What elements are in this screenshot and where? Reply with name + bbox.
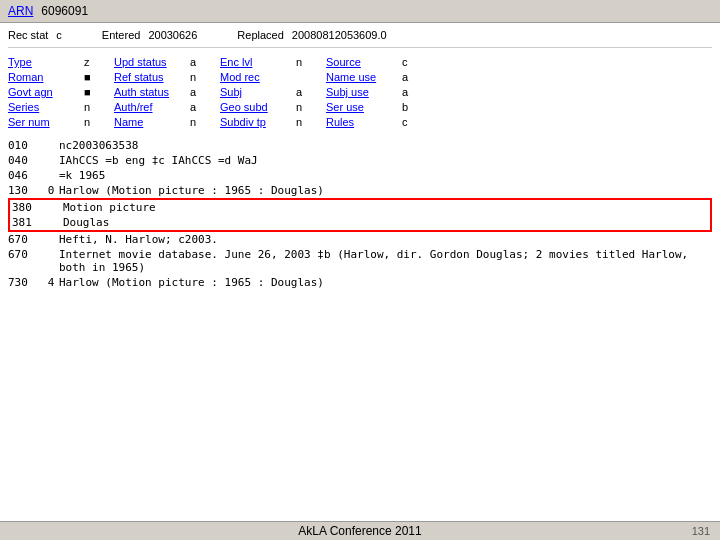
field-value: n [296,101,320,113]
marc-tag: 130 [8,184,43,197]
marc-section: 010nc2003063538040IAhCCS =b eng ‡c IAhCC… [8,138,712,290]
field-label[interactable]: Mod rec [220,71,290,83]
field-value: a [190,86,214,98]
field-value: ■ [84,71,108,83]
marc-data: =k 1965 [59,169,712,182]
entered-item: Entered 20030626 [102,29,197,41]
recstat-value: c [56,29,62,41]
field-value: b [402,101,426,113]
field-value: n [190,71,214,83]
field-label[interactable]: Ser use [326,101,396,113]
marc-data: nc2003063538 [59,139,712,152]
marc-tag: 381 [12,216,47,229]
field-label[interactable]: Subj [220,86,290,98]
marc-row: 7304Harlow (Motion picture : 1965 : Doug… [8,275,712,290]
field-value: n [296,116,320,128]
replaced-value: 20080812053609.0 [292,29,387,41]
field-label[interactable]: Name [114,116,184,128]
field-value: z [84,56,108,68]
fields-container: TypezUpd statusaEnc lvlnSourcecRoman■Ref… [8,56,712,128]
field-value: n [84,116,108,128]
field-value: ■ [84,86,108,98]
marc-row: 040IAhCCS =b eng ‡c IAhCCS =d WaJ [8,153,712,168]
replaced-item: Replaced 20080812053609.0 [237,29,386,41]
field-label[interactable]: Series [8,101,78,113]
fields-section: TypezUpd statusaEnc lvlnSourcecRoman■Ref… [8,56,712,128]
marc-row: 670Hefti, N. Harlow; c2003. [8,232,712,247]
replaced-label: Replaced [237,29,283,41]
marc-data: Internet movie database. June 26, 2003 ‡… [59,248,712,274]
bottom-center-text: AkLA Conference 2011 [298,524,421,538]
field-row: Roman■Ref statusnMod recName usea [8,71,712,83]
field-label[interactable]: Subdiv tp [220,116,290,128]
marc-tag: 040 [8,154,43,167]
marc-tag: 380 [12,201,47,214]
marc-row: 010nc2003063538 [8,138,712,153]
marc-row: 381Douglas [8,215,712,232]
marc-data: Harlow (Motion picture : 1965 : Douglas) [59,184,712,197]
field-label[interactable]: Auth/ref [114,101,184,113]
marc-tag: 670 [8,233,43,246]
field-value: a [190,56,214,68]
arn-number: 6096091 [41,4,88,18]
field-value: n [84,101,108,113]
field-label[interactable]: Auth status [114,86,184,98]
field-value: a [402,71,426,83]
entered-value: 20030626 [148,29,197,41]
marc-row: 1300Harlow (Motion picture : 1965 : Doug… [8,183,712,198]
marc-row: 380Motion picture [8,198,712,215]
marc-data: IAhCCS =b eng ‡c IAhCCS =d WaJ [59,154,712,167]
marc-data: Hefti, N. Harlow; c2003. [59,233,712,246]
field-label[interactable]: Ser num [8,116,78,128]
marc-row: 670Internet movie database. June 26, 200… [8,247,712,275]
field-label[interactable]: Enc lvl [220,56,290,68]
field-value: a [190,101,214,113]
content-area: Rec stat c Entered 20030626 Replaced 200… [0,23,720,521]
field-row: Govt agn■Auth statusaSubjaSubj usea [8,86,712,98]
field-row: Ser numnNamenSubdiv tpnRulesc [8,116,712,128]
marc-data: Motion picture [63,201,710,214]
entered-label: Entered [102,29,141,41]
recstat-item: Rec stat c [8,29,62,41]
recstat-label: Rec stat [8,29,48,41]
marc-data: Douglas [63,216,710,229]
field-label[interactable]: Upd status [114,56,184,68]
field-value: a [296,86,320,98]
field-label[interactable]: Type [8,56,78,68]
arn-link[interactable]: ARN [8,4,33,18]
field-label[interactable]: Rules [326,116,396,128]
field-row: SeriesnAuth/refaGeo subdnSer useb [8,101,712,113]
marc-tag: 730 [8,276,43,289]
field-label[interactable]: Roman [8,71,78,83]
field-label[interactable]: Govt agn [8,86,78,98]
top-row: Rec stat c Entered 20030626 Replaced 200… [8,29,712,48]
field-label[interactable]: Ref status [114,71,184,83]
field-value: c [402,116,426,128]
field-row: TypezUpd statusaEnc lvlnSourcec [8,56,712,68]
marc-row: 046=k 1965 [8,168,712,183]
bottom-bar: AkLA Conference 2011 131 [0,521,720,540]
field-value: c [402,56,426,68]
marc-data: Harlow (Motion picture : 1965 : Douglas) [59,276,712,289]
marc-tag: 010 [8,139,43,152]
field-label[interactable]: Name use [326,71,396,83]
field-value: a [402,86,426,98]
field-label[interactable]: Geo subd [220,101,290,113]
title-bar: ARN 6096091 [0,0,720,23]
marc-tag: 046 [8,169,43,182]
marc-tag: 670 [8,248,43,261]
field-label[interactable]: Source [326,56,396,68]
field-value: n [190,116,214,128]
field-value: n [296,56,320,68]
field-label[interactable]: Subj use [326,86,396,98]
bottom-right-text: 131 [692,525,710,537]
main-window: ARN 6096091 Rec stat c Entered 20030626 … [0,0,720,540]
marc-ind: 4 [43,276,59,289]
marc-ind: 0 [43,184,59,197]
